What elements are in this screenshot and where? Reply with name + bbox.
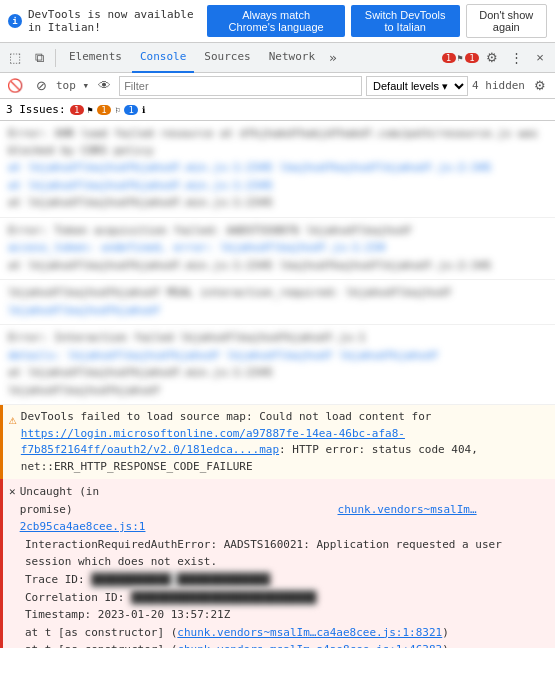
log-levels-select[interactable]: Default levels ▾ [366,76,468,96]
error-icon: ✕ [9,483,16,501]
console-output: Error: XHR load failed resource at dfkjh… [0,121,555,648]
blurred-line: at lkjahsdflkajhsdfkjahsdf.min.js:1:2345… [8,258,547,275]
blurred-line: access_token: undefined, error: lkjahsdf… [8,240,547,257]
error-stack: at t [as constructor] (chunk.vendors~msa… [9,624,549,648]
settings-icon[interactable]: ⚙ [481,47,503,69]
issues-red-badge[interactable]: 1 [70,105,84,115]
blurred-line: lkjahsdflkajhsdfkjahsdf [8,303,547,320]
error-message: ✕ Uncaught (in promise) chunk.vendors~ms… [0,479,555,648]
stack-link[interactable]: chunk.vendors~msalIm…a4ae8cee.js:1:46383 [177,643,442,648]
dont-show-again-button[interactable]: Don't show again [466,4,547,38]
console-filter-bar: 🚫 ⊘ top ▾ 👁 Default levels ▾ 4 hidden ⚙ [0,73,555,99]
console-settings-icon[interactable]: ⊘ [30,75,52,97]
warning-url-link[interactable]: https://login.microsoftonline.com/a97887… [21,427,405,457]
error-timestamp: Timestamp: 2023-01-20 13:57:21Z [25,606,549,624]
hidden-count: 4 hidden [472,79,525,92]
blurred-line: Error: XHR load failed resource at dfkjh… [8,126,547,159]
error-correlation: Correlation ID: ████████████████████████… [25,589,549,607]
tab-elements[interactable]: Elements [61,43,130,73]
error-description: InteractionRequiredAuthError: AADSTS1600… [9,536,549,624]
inspect-element-button[interactable]: ⬚ [4,47,26,69]
blurred-log-section-1: Error: XHR load failed resource at dfkjh… [0,121,555,218]
switch-devtools-button[interactable]: Switch DevTools to Italian [351,5,460,37]
blurred-line: Error: Interaction failed lkjahsdflkajhs… [8,330,547,347]
blurred-log-section-2: Error: Token acquisition failed: AADSTS5… [0,218,555,281]
error-title: Uncaught (in promise) chunk.vendors~msal… [20,483,549,536]
stack-link[interactable]: chunk.vendors~msalIm…ca4ae8cee.js:1:8321 [177,626,442,639]
tab-sources[interactable]: Sources [196,43,258,73]
blurred-line: at lkjahsdflkajhsdfkjahsdf.min.js:1:2345 [8,365,547,382]
correlation-id: ████████████████████████████ [131,589,316,607]
more-options-icon[interactable]: ⋮ [505,47,527,69]
context-selector[interactable]: top ▾ [56,79,89,92]
info-text: DevTools is now available in Italian! [28,8,201,34]
blurred-line: at lkjahsdflkajhsdfkjahsdf.min.js:1:2345… [8,160,547,177]
warning-badge[interactable]: 1 [465,53,479,63]
separator [55,49,56,67]
error-trace: Trace ID: ████████████ ██████████████ [25,571,549,589]
blurred-line: lkjahsdflkajhsdfkjahsdf MSAL interaction… [8,285,547,302]
issues-bar: 3 Issues: 1 ⚑ 1 ⚐ 1 ℹ [0,99,555,121]
blurred-line: Error: Token acquisition failed: AADSTS5… [8,223,547,240]
tab-network[interactable]: Network [261,43,323,73]
info-bar: i DevTools is now available in Italian! … [0,0,555,43]
blurred-line: lkjahsdflkajhsdfkjahsdf [8,383,547,400]
trace-id: ████████████ ██████████████ [91,571,270,589]
warning-icon: ⚠ [9,410,17,475]
toolbar-right: 1 ⚑ 1 ⚙ ⋮ × [442,47,551,69]
blurred-line: details: lkjahsdflkajhsdfkjahsdf lkjahsd… [8,348,547,365]
stack-line: at t [as constructor] (chunk.vendors~msa… [25,624,549,642]
error-badge[interactable]: 1 [442,53,456,63]
warning-text: DevTools failed to load source map: Coul… [21,409,549,475]
blurred-log-section-3: lkjahsdflkajhsdfkjahsdf MSAL interaction… [0,280,555,325]
blurred-line: at lkjahsdflkajhsdfkjahsdf.min.js:1:2345 [8,195,547,212]
device-toggle-button[interactable]: ⧉ [28,47,50,69]
filter-settings-icon[interactable]: ⚙ [529,75,551,97]
issues-blue-badge[interactable]: 1 [124,105,137,115]
devtools-toolbar: ⬚ ⧉ Elements Console Sources Network » 1… [0,43,555,73]
filter-input[interactable] [119,76,362,96]
eye-icon[interactable]: 👁 [93,75,115,97]
stack-line: at t [as constructor] (chunk.vendors~msa… [25,641,549,648]
issues-label: 3 Issues: [6,103,66,116]
error-header: ✕ Uncaught (in promise) chunk.vendors~ms… [9,483,549,536]
blurred-log-section-4: Error: Interaction failed lkjahsdflkajhs… [0,325,555,405]
blurred-line: at lkjahsdflkajhsdfkjahsdf.min.js:1:2345 [8,178,547,195]
clear-console-button[interactable]: 🚫 [4,75,26,97]
close-devtools-button[interactable]: × [529,47,551,69]
more-tabs-button[interactable]: » [325,46,341,69]
warning-message: ⚠ DevTools failed to load source map: Co… [0,405,555,479]
tab-console[interactable]: Console [132,43,194,73]
issues-yellow-badge[interactable]: 1 [97,105,111,115]
always-match-button[interactable]: Always match Chrome's language [207,5,344,37]
info-icon: i [8,14,22,28]
error-file-link[interactable]: chunk.vendors~msalIm…2cb95ca4ae8cee.js:1 [20,503,477,534]
